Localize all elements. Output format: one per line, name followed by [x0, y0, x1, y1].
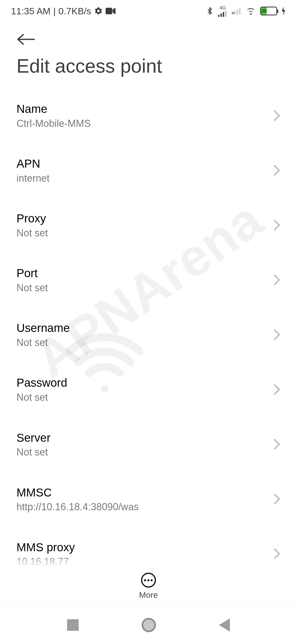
svg-rect-3 [223, 12, 224, 17]
svg-rect-2 [220, 13, 222, 17]
system-nav-bar [0, 605, 297, 644]
row-password[interactable]: Password Not set [16, 364, 280, 418]
row-value: Ctrl-Mobile-MMS [16, 116, 268, 130]
page-title: Edit access point [16, 55, 280, 77]
row-server[interactable]: Server Not set [16, 419, 280, 473]
more-button[interactable]: More [139, 573, 158, 600]
status-time: 11:35 AM [11, 6, 51, 17]
row-label: Proxy [16, 211, 268, 226]
chevron-right-icon [273, 219, 280, 232]
battery-icon: 38 [260, 7, 277, 15]
row-label: Name [16, 102, 268, 116]
nav-recent-button[interactable] [67, 619, 79, 631]
nav-back-button[interactable] [219, 618, 230, 632]
row-label: Server [16, 431, 268, 445]
cellular-no-sim-icon [232, 7, 241, 15]
status-left: 11:35 AM | 0.7KB/s [11, 6, 116, 17]
header: Edit access point [0, 22, 297, 77]
status-separator: | [53, 6, 56, 17]
camera-icon [106, 7, 116, 15]
row-mmsc[interactable]: MMSC http://10.16.18.4:38090/was [16, 473, 280, 528]
chevron-right-icon [273, 493, 280, 506]
gear-icon [94, 7, 103, 15]
status-net-speed: 0.7KB/s [59, 6, 91, 17]
row-proxy[interactable]: Proxy Not set [16, 199, 280, 254]
row-label: Username [16, 321, 268, 335]
bluetooth-icon [206, 6, 214, 16]
more-icon [141, 573, 156, 588]
row-label: Password [16, 376, 268, 390]
settings-list: Name Ctrl-Mobile-MMS APN internet Proxy … [0, 77, 297, 583]
row-value: Not set [16, 226, 268, 240]
svg-rect-6 [234, 11, 235, 15]
status-bar: 11:35 AM | 0.7KB/s 4G 38 [0, 0, 297, 22]
row-apn[interactable]: APN internet [16, 144, 280, 199]
more-label: More [139, 590, 158, 600]
row-port[interactable]: Port Not set [16, 254, 280, 309]
row-name[interactable]: Name Ctrl-Mobile-MMS [16, 77, 280, 144]
row-label: APN [16, 157, 268, 171]
row-label: MMSC [16, 485, 268, 500]
row-label: MMS proxy [16, 540, 268, 555]
svg-rect-8 [239, 8, 240, 14]
status-right: 4G 38 [206, 6, 286, 17]
row-value: http://10.16.18.4:38090/was [16, 500, 268, 514]
svg-rect-4 [225, 10, 227, 17]
row-value: Not set [16, 445, 268, 459]
svg-rect-1 [218, 15, 219, 17]
row-value: Not set [16, 281, 268, 295]
bottom-action-bar: More [0, 567, 297, 605]
row-username[interactable]: Username Not set [16, 309, 280, 364]
svg-rect-0 [106, 8, 112, 14]
cellular-4g-icon: 4G [218, 6, 228, 17]
chevron-right-icon [273, 165, 280, 177]
row-value: internet [16, 171, 268, 185]
wifi-icon [245, 7, 256, 15]
chevron-right-icon [273, 438, 280, 451]
arrow-left-icon [16, 33, 36, 46]
back-button[interactable] [16, 30, 36, 55]
row-value: Not set [16, 390, 268, 404]
row-label: Port [16, 266, 268, 281]
charging-icon [281, 7, 286, 15]
chevron-right-icon [273, 384, 280, 396]
chevron-right-icon [273, 110, 280, 122]
nav-home-button[interactable] [142, 618, 156, 632]
chevron-right-icon [273, 274, 280, 287]
svg-rect-7 [237, 10, 238, 15]
battery-level: 38 [261, 7, 267, 15]
chevron-right-icon [273, 329, 280, 342]
row-value: Not set [16, 335, 268, 350]
